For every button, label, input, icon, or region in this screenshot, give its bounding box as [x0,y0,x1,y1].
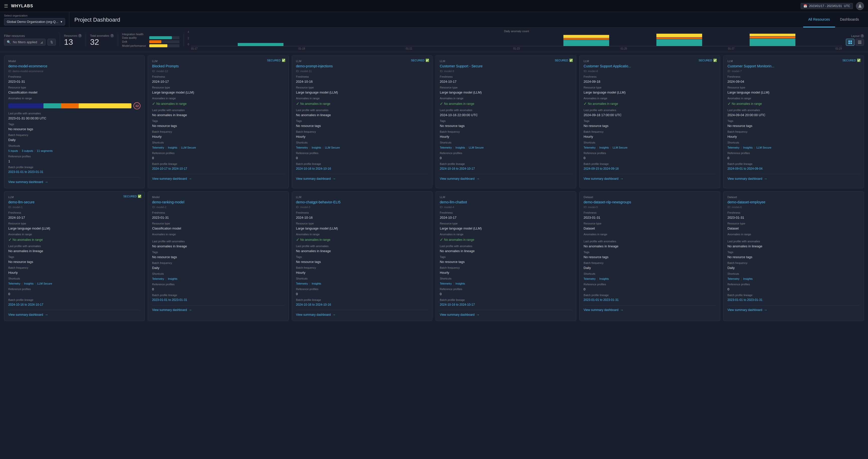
shortcut-5-1[interactable]: Insights [743,146,753,149]
shortcut-8-1[interactable]: Insights [312,282,321,285]
org-label: Select organization [4,14,65,17]
batch-lineage-link-9[interactable]: 2024-10-16 to 2024-10-17 [440,303,572,306]
shortcut-1-1[interactable]: Insights [168,146,178,149]
card-name-6[interactable]: demo-llm-secure [8,200,141,204]
search-input[interactable]: 🔍 No filters applied ◢ [4,39,45,45]
view-dashboard-10[interactable]: View summary dashboard → [584,305,716,312]
batch-lineage-link-4[interactable]: 2024-09-15 to 2024-09-18 [584,167,716,171]
batch-lineage-link-0[interactable]: 2023-01-01 to 2023-01-31 [8,170,141,174]
shortcut-1-0[interactable]: Telemetry [152,146,164,149]
shortcut-0-1[interactable]: 3 outputs [22,149,33,152]
shortcut-8-0[interactable]: Telemetry [296,282,308,285]
view-dashboard-1[interactable]: View summary dashboard → [152,174,284,181]
shortcut-9-1[interactable]: Insights [456,282,465,285]
layout-label: Layout [851,34,860,37]
ref-profiles-value-1: 0 [152,156,284,160]
no-anomaly-3: ✓ No anomalies in range [440,101,572,106]
tab-dashboards[interactable]: Dashboards [835,12,864,27]
shortcut-0-2[interactable]: 11 segments [37,149,53,152]
batch-lineage-link-3[interactable]: 2024-10-16 to 2024-10-17 [440,167,572,171]
batch-lineage-link-1[interactable]: 2024-10-17 to 2024-10-17 [152,167,284,171]
batch-lineage-link-10[interactable]: 2023-01-01 to 2023-01-31 [584,298,716,302]
health-bar-drift-fill [149,40,161,43]
view-dashboard-3[interactable]: View summary dashboard → [440,174,572,181]
last-profile-value-5: 2024-09-04 20:00:00 UTC [727,113,860,117]
shortcut-10-0[interactable]: Telemetry [584,277,596,280]
view-dashboard-6[interactable]: View summary dashboard → [8,310,141,317]
shortcut-7-0[interactable]: Telemetry [152,277,164,280]
user-avatar[interactable] [856,2,864,10]
batch-lineage-link-6[interactable]: 2024-10-16 to 2024-10-17 [8,303,141,306]
menu-icon[interactable]: ☰ [4,3,8,9]
sort-button[interactable]: ⇅ [48,39,56,45]
card-name-8[interactable]: demo-chatgpt-behavior-ELI5 [296,200,428,204]
batch-lineage-link-8[interactable]: 2024-10-16 to 2024-10-16 [296,303,428,306]
org-selector[interactable]: Global Demo Organization (org-Q... ▾ [4,18,65,25]
batch-lineage-link-7[interactable]: 2023-01-01 to 2023-01-31 [152,298,284,302]
shortcut-10-1[interactable]: Insights [599,277,609,280]
date-range-picker[interactable]: 📅 2023/01/17 - 2023/01/31 UTC [801,3,853,9]
view-dashboard-4[interactable]: View summary dashboard → [584,174,716,181]
freshness-label-9: Freshness [440,211,572,214]
shortcut-4-0[interactable]: Telemetry [584,146,596,149]
grid-view-button[interactable] [846,39,855,46]
card-name-2[interactable]: demo-prompt-injections [296,64,428,68]
card-name-1[interactable]: Blocked Prompts [152,64,284,68]
anomalies-label-7: Anomalies in range [152,233,284,236]
anomalies-help-icon[interactable]: ? [110,34,114,37]
tags-label-4: Tags [584,119,716,122]
tab-all-resources[interactable]: All Resources [803,12,835,27]
shield-check-icon-1: ✅ [282,59,285,62]
x-label-01-25: 01-25 [621,47,627,50]
resources-help-icon[interactable]: ? [78,34,82,37]
view-dashboard-11[interactable]: View summary dashboard → [727,305,860,312]
card-name-5[interactable]: Customer Support Monitorin... [727,64,860,68]
shortcut-9-0[interactable]: Telemetry [440,282,452,285]
shortcut-11-0[interactable]: Telemetry [727,277,740,280]
view-dashboard-5[interactable]: View summary dashboard → [727,174,860,181]
view-dashboard-9[interactable]: View summary dashboard → [440,310,572,317]
card-name-7[interactable]: demo-ranking-model [152,200,284,204]
shortcut-6-2[interactable]: LLM Secure [37,282,52,285]
card-name-0[interactable]: demo-model-ecommerce [8,64,141,68]
shortcut-1-2[interactable]: LLM Secure [181,146,196,149]
shortcut-6-0[interactable]: Telemetry [8,282,20,285]
batch-lineage-link-2[interactable]: 2024-10-16 to 2024-10-16 [296,167,428,171]
batch-lineage-link-5[interactable]: 2024-09-01 to 2024-09-04 [727,167,860,171]
view-dashboard-0[interactable]: View summary dashboard → [8,177,141,184]
org-name: Global Demo Organization (org-Q... [7,20,58,24]
view-dashboard-7[interactable]: View summary dashboard → [152,305,284,312]
tags-label-2: Tags [296,119,428,122]
shortcut-5-2[interactable]: LLM Secure [756,146,771,149]
shortcut-3-2[interactable]: LLM Secure [469,146,484,149]
shortcut-7-1[interactable]: Insights [168,277,178,280]
shortcut-2-1[interactable]: Insights [312,146,321,149]
shortcut-3-1[interactable]: Insights [456,146,465,149]
shortcut-11-1[interactable]: Insights [743,277,753,280]
last-profile-label-4: Last profile with anomalies [584,109,716,112]
resource-type-value-11: Dataset [727,226,860,230]
card-type-9: LLM [440,195,572,198]
shortcut-3-0[interactable]: Telemetry [440,146,452,149]
card-name-10[interactable]: demo-dataset-nlp-newsgroups [584,200,716,204]
freshness-value-3: 2024-10-17 [440,80,572,84]
view-dashboard-2[interactable]: View summary dashboard → [296,174,428,181]
card-name-11[interactable]: demo-dataset-employee [727,200,860,204]
list-view-button[interactable] [856,39,864,46]
view-dashboard-8[interactable]: View summary dashboard → [296,310,428,317]
shortcut-2-2[interactable]: LLM Secure [325,146,340,149]
resource-type-value-3: Large language model (LLM) [440,91,572,94]
shortcut-4-1[interactable]: Insights [599,146,609,149]
shortcut-4-2[interactable]: LLM Secure [613,146,627,149]
card-name-3[interactable]: Customer Support - Secure [440,64,572,68]
card-name-4[interactable]: Customer Support Applicatio... [584,64,716,68]
shortcut-5-0[interactable]: Telemetry [727,146,740,149]
secured-badge-1: SECURED ✅ [267,59,285,62]
card-id-3: ID: model-9 [440,70,572,73]
shortcut-2-0[interactable]: Telemetry [296,146,308,149]
batch-lineage-link-11[interactable]: 2023-01-01 to 2023-01-31 [727,298,860,302]
card-name-9[interactable]: demo-llm-chatbot [440,200,572,204]
shortcut-6-1[interactable]: Insights [24,282,34,285]
shortcut-0-0[interactable]: 5 inputs [8,149,18,152]
layout-help-icon[interactable]: ? [861,34,864,38]
